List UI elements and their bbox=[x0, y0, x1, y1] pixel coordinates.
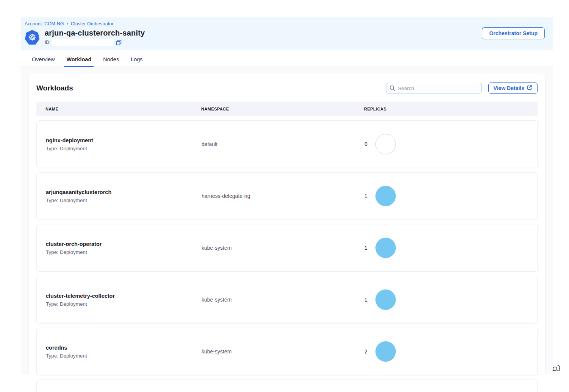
replica-status-circle bbox=[375, 186, 396, 206]
tab-workload[interactable]: Workload bbox=[66, 53, 92, 67]
name-cell: coredns Type: Deployment bbox=[46, 345, 202, 359]
namespace-cell: kube-system bbox=[202, 348, 364, 355]
replica-status-circle bbox=[375, 289, 396, 310]
replica-count: 1 bbox=[364, 245, 367, 251]
workload-type: Type: Deployment bbox=[46, 198, 202, 203]
search-icon bbox=[389, 85, 395, 92]
replica-count: 1 bbox=[364, 193, 367, 199]
replicas-cell: 1 bbox=[364, 186, 537, 206]
view-details-button[interactable]: View Details bbox=[488, 82, 538, 94]
table-row-partial[interactable] bbox=[36, 380, 538, 392]
kubernetes-icon: ☸ bbox=[25, 30, 40, 45]
replica-status-circle bbox=[375, 238, 396, 258]
breadcrumb-section-link[interactable]: Cluster Orchestrator bbox=[71, 21, 114, 26]
tab-bar: Overview Workload Nodes Logs bbox=[21, 50, 553, 67]
workload-type: Type: Deployment bbox=[46, 353, 202, 359]
id-redacted-value bbox=[52, 39, 113, 46]
workload-name: nginx-deployment bbox=[46, 137, 202, 143]
cluster-header-banner: Account: CCM-NG › Cluster Orchestrator ☸… bbox=[21, 17, 553, 50]
external-link-icon bbox=[527, 85, 532, 91]
id-label: ID: bbox=[45, 40, 50, 45]
replica-count: 0 bbox=[364, 141, 367, 147]
name-cell: cluster-orch-operator Type: Deployment bbox=[46, 241, 202, 255]
workload-rows: nginx-deployment Type: Deployment defaul… bbox=[36, 120, 538, 375]
col-header-name: NAME bbox=[45, 107, 201, 111]
replicas-cell: 1 bbox=[364, 238, 537, 258]
table-row[interactable]: coredns Type: Deployment kube-system 2 bbox=[36, 328, 538, 375]
search-input[interactable] bbox=[386, 83, 482, 93]
table-row[interactable]: nginx-deployment Type: Deployment defaul… bbox=[36, 120, 538, 168]
col-header-namespace: NAMESPACE bbox=[201, 107, 364, 111]
page: Account: CCM-NG › Cluster Orchestrator ☸… bbox=[0, 0, 569, 392]
table-row[interactable]: arjunqasanityclusterorch Type: Deploymen… bbox=[36, 172, 538, 220]
search-box bbox=[386, 83, 482, 93]
workload-name: coredns bbox=[46, 345, 202, 351]
orchestrator-setup-button[interactable]: Orchestrator Setup bbox=[482, 27, 545, 39]
namespace-cell: default bbox=[202, 141, 364, 147]
replicas-cell: 0 bbox=[364, 134, 537, 154]
workload-name: arjunqasanityclusterorch bbox=[46, 189, 202, 195]
table-header: NAME NAMESPACE REPLICAS bbox=[36, 102, 538, 116]
replica-status-circle bbox=[375, 134, 396, 154]
chat-help-icon[interactable] bbox=[552, 363, 561, 374]
col-header-replicas: REPLICAS bbox=[364, 107, 538, 111]
breadcrumb-account-link[interactable]: Account: CCM-NG bbox=[25, 21, 64, 26]
workload-type: Type: Deployment bbox=[46, 249, 202, 255]
view-details-label: View Details bbox=[494, 85, 524, 91]
workload-type: Type: Deployment bbox=[46, 146, 202, 151]
tab-nodes[interactable]: Nodes bbox=[102, 53, 120, 67]
namespace-cell: kube-system bbox=[202, 297, 364, 303]
table-row[interactable]: cluster-orch-operator Type: Deployment k… bbox=[36, 224, 538, 272]
namespace-cell: harness-delegate-ng bbox=[202, 193, 364, 199]
app-content: Account: CCM-NG › Cluster Orchestrator ☸… bbox=[21, 17, 553, 392]
replica-count: 1 bbox=[364, 297, 367, 303]
name-cell: cluster-telemetry-collector Type: Deploy… bbox=[46, 293, 202, 307]
breadcrumb-chevron-icon: › bbox=[67, 20, 68, 26]
tab-overview[interactable]: Overview bbox=[31, 53, 55, 67]
copy-icon[interactable] bbox=[116, 40, 122, 45]
cluster-id-line: ID: bbox=[45, 39, 145, 46]
replicas-cell: 1 bbox=[364, 289, 537, 310]
namespace-cell: kube-system bbox=[202, 245, 364, 251]
replica-count: 2 bbox=[364, 348, 367, 355]
table-row[interactable]: cluster-telemetry-collector Type: Deploy… bbox=[36, 276, 538, 324]
breadcrumb: Account: CCM-NG › Cluster Orchestrator bbox=[25, 21, 545, 26]
workloads-panel: Workloads View Details bbox=[28, 74, 546, 374]
tab-logs[interactable]: Logs bbox=[130, 53, 143, 67]
workload-type: Type: Deployment bbox=[46, 301, 202, 307]
page-title: arjun-qa-clusterorch-sanity bbox=[45, 29, 145, 37]
panel-header: Workloads View Details bbox=[36, 82, 538, 94]
workload-name: cluster-telemetry-collector bbox=[46, 293, 202, 299]
title-row: ☸ arjun-qa-clusterorch-sanity ID: bbox=[25, 29, 545, 46]
name-cell: nginx-deployment Type: Deployment bbox=[46, 137, 202, 151]
main-area: Workloads View Details bbox=[21, 67, 553, 374]
workloads-title: Workloads bbox=[36, 84, 73, 92]
replicas-cell: 2 bbox=[364, 341, 537, 362]
replica-status-circle bbox=[375, 341, 396, 362]
name-cell: arjunqasanityclusterorch Type: Deploymen… bbox=[46, 189, 202, 203]
workload-name: cluster-orch-operator bbox=[46, 241, 202, 247]
